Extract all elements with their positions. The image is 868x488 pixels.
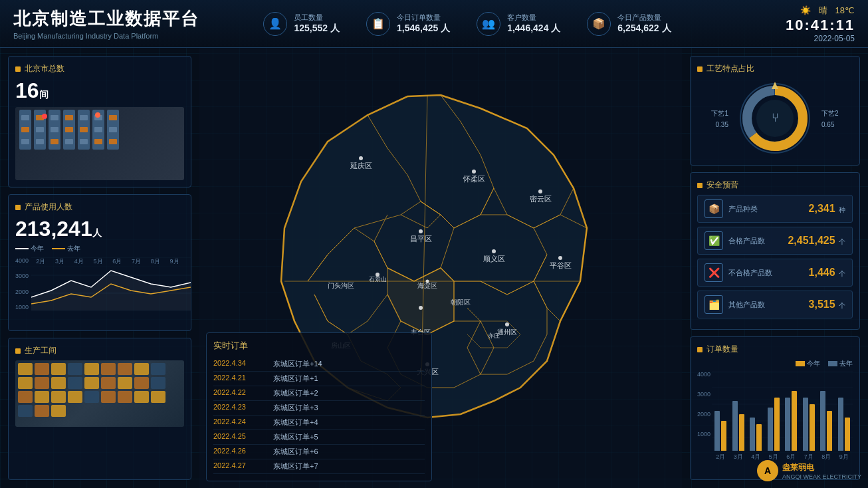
order-detail-1: 东城区订单+1 xyxy=(273,374,318,384)
donut-left-label: 下艺1 xyxy=(711,109,728,118)
bar-this-0 xyxy=(721,421,726,451)
order-detail-0: 东城区订单+14 xyxy=(273,359,322,369)
order-row-3: 2022.4.23 东城区订单+3 xyxy=(213,401,425,416)
safety-value-0: 2,341 种 xyxy=(809,203,845,215)
svg-text:延庆区: 延庆区 xyxy=(350,162,372,170)
bar-last-5 xyxy=(803,398,808,451)
svg-text:顺义区: 顺义区 xyxy=(483,255,505,263)
order-detail-4: 东城区订单+4 xyxy=(273,418,318,427)
bar-this-2 xyxy=(756,424,762,451)
header: 北京制造工业数据平台 Beijing Manufacturing Industr… xyxy=(0,0,868,48)
beijing-total-box: 北京市总数 16间 xyxy=(8,56,191,187)
sun-icon: ☀️ xyxy=(800,5,811,15)
right-panel: 工艺特点占比 下艺1 0.35 xyxy=(682,48,868,488)
order-row-7: 2022.4.27 东城区订单+7 xyxy=(213,459,425,474)
order-date-4: 2022.4.24 xyxy=(213,418,260,427)
order-detail-5: 东城区订单+5 xyxy=(273,432,318,442)
stat-label-daily_orders: 今日订单数量 xyxy=(397,13,450,23)
line-chart-legend: 今年 去年 xyxy=(15,244,184,253)
line-chart-svg xyxy=(31,257,191,310)
bar-last-6 xyxy=(820,391,825,451)
svg-point-33 xyxy=(419,306,423,310)
bar-last-3 xyxy=(768,408,773,451)
alert-dot-1 xyxy=(42,114,47,119)
date: 2022-05-05 xyxy=(708,34,855,43)
weather-status: 晴 xyxy=(819,5,827,15)
order-date-5: 2022.4.25 xyxy=(213,432,260,442)
svg-point-34 xyxy=(426,280,429,283)
workshop-image xyxy=(15,360,184,427)
bar-group-5 xyxy=(803,398,815,451)
orders-count-box: 订单数量 今年 去年 4000 3000 2000 1000 xyxy=(690,336,860,480)
alert-dot-2 xyxy=(95,112,100,118)
temperature: 18℃ xyxy=(835,5,855,15)
order-date-1: 2022.4.21 xyxy=(213,374,260,384)
orders-header: 实时订单 xyxy=(213,340,425,352)
stat-item-daily_orders: 📋 今日订单数量 1,546,425 人 xyxy=(366,12,450,36)
bar-this-6 xyxy=(827,411,832,451)
bar-group-6 xyxy=(820,391,832,451)
bar-this-5 xyxy=(810,404,815,451)
svg-text:密云区: 密云区 xyxy=(530,195,552,203)
safety-metrics: 📦 产品种类 2,341 种 ✅ 合格产品数 2,451,425 个 ❌ 不合格… xyxy=(697,195,853,318)
bar-group-1 xyxy=(732,401,744,451)
bar-this-3 xyxy=(774,398,780,451)
safety-label-1: 合格产品数 xyxy=(728,236,765,246)
order-detail-3: 东城区订单+3 xyxy=(273,403,318,413)
stat-icon-customers: 👥 xyxy=(477,12,500,36)
main-title: 北京制造工业数据平台 xyxy=(13,7,226,31)
safety-metric-0: 📦 产品种类 2,341 种 xyxy=(697,195,853,223)
stat-label-daily_products: 今日产品数量 xyxy=(617,13,671,23)
order-row-6: 2022.4.26 东城区订单+6 xyxy=(213,445,425,459)
bar-group-0 xyxy=(714,411,726,451)
svg-text:怀柔区: 怀柔区 xyxy=(463,175,485,183)
safety-icon-2: ❌ xyxy=(705,263,723,282)
stat-item-customers: 👥 客户数量 1,446,424 人 xyxy=(477,12,560,36)
safety-icon-1: ✅ xyxy=(705,231,723,250)
beijing-total-value: 16间 xyxy=(15,78,184,103)
legend-last-year: 去年 xyxy=(67,245,80,252)
user-count-label: 产品使用人数 xyxy=(15,201,184,213)
stat-text-daily_orders: 今日订单数量 1,546,425 人 xyxy=(397,13,450,35)
stat-text-customers: 客户数量 1,446,424 人 xyxy=(507,13,560,35)
user-count-value: 213,241人 xyxy=(15,217,184,241)
bar-last-1 xyxy=(732,401,738,451)
order-row-1: 2022.4.21 东城区订单+1 xyxy=(213,372,425,386)
stat-item-daily_products: 📦 今日产品数量 6,254,622 人 xyxy=(587,12,671,36)
title-block: 北京制造工业数据平台 Beijing Manufacturing Industr… xyxy=(13,7,226,40)
safety-metric-1: ✅ 合格产品数 2,451,425 个 xyxy=(697,227,853,255)
logo-area: A 盎莱弱电 ANGQI WEAK ELECTRICITY xyxy=(757,460,861,481)
bar-group-4 xyxy=(785,391,797,451)
beijing-total-label: 北京市总数 xyxy=(15,63,184,74)
stat-text-employees: 员工数量 125,552 人 xyxy=(294,13,340,35)
svg-text:平谷区: 平谷区 xyxy=(550,261,572,269)
order-detail-2: 东城区订单+2 xyxy=(273,388,318,398)
bar-this-1 xyxy=(739,414,744,451)
bar-groups xyxy=(712,384,853,451)
clock: 10:41:11 xyxy=(708,17,855,34)
donut-right-value: 0.65 xyxy=(821,121,834,128)
bar-last-2 xyxy=(750,418,755,451)
safety-icon-3: 🗂️ xyxy=(705,295,723,314)
safety-value-2: 1,446 个 xyxy=(809,267,845,279)
order-date-7: 2022.4.27 xyxy=(213,461,260,471)
craft-box: 工艺特点占比 下艺1 0.35 xyxy=(690,56,860,166)
legend-this-year: 今年 xyxy=(31,245,44,252)
bar-legend-last: 去年 xyxy=(839,360,853,367)
order-date-2: 2022.4.22 xyxy=(213,388,260,398)
safety-box: 安全预营 📦 产品种类 2,341 种 ✅ 合格产品数 2,451,425 个 … xyxy=(690,172,860,330)
stat-value-customers: 1,446,424 人 xyxy=(507,23,560,35)
stat-text-daily_products: 今日产品数量 6,254,622 人 xyxy=(617,13,671,35)
svg-text:朝阳区: 朝阳区 xyxy=(451,299,471,306)
svg-text:亦庄: 亦庄 xyxy=(488,332,500,339)
stat-value-employees: 125,552 人 xyxy=(294,23,340,35)
stat-value-daily_products: 6,254,622 人 xyxy=(617,23,671,35)
stat-icon-daily_orders: 📋 xyxy=(366,12,390,36)
bar-legend-last-dot xyxy=(828,361,837,366)
safety-metric-2: ❌ 不合格产品数 1,446 个 xyxy=(697,259,853,287)
order-date-3: 2022.4.23 xyxy=(213,403,260,413)
order-row-0: 2022.4.34 东城区订单+14 xyxy=(213,357,425,372)
safety-label-3: 其他产品数 xyxy=(728,300,765,310)
orders-count-label: 订单数量 xyxy=(697,344,853,355)
chart-y-labels: 4000300020001000 xyxy=(15,257,29,310)
